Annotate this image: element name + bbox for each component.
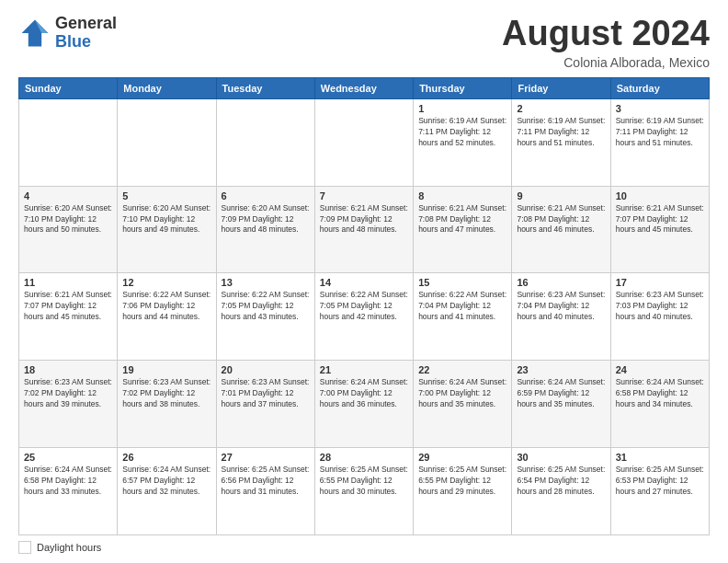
day-info: Sunrise: 6:24 AM Sunset: 6:57 PM Dayligh… — [122, 465, 210, 498]
calendar-cell: 7Sunrise: 6:21 AM Sunset: 7:09 PM Daylig… — [314, 186, 413, 273]
calendar-cell: 2Sunrise: 6:19 AM Sunset: 7:11 PM Daylig… — [512, 98, 610, 186]
calendar-cell: 13Sunrise: 6:22 AM Sunset: 7:05 PM Dayli… — [216, 273, 314, 361]
day-info: Sunrise: 6:21 AM Sunset: 7:07 PM Dayligh… — [24, 290, 112, 323]
day-info: Sunrise: 6:24 AM Sunset: 6:59 PM Dayligh… — [517, 377, 605, 410]
calendar-cell: 1Sunrise: 6:19 AM Sunset: 7:11 PM Daylig… — [414, 98, 512, 186]
day-number: 8 — [418, 190, 506, 201]
logo-text: General Blue — [55, 15, 117, 52]
day-info: Sunrise: 6:24 AM Sunset: 7:00 PM Dayligh… — [320, 377, 408, 410]
calendar-week-row: 18Sunrise: 6:23 AM Sunset: 7:02 PM Dayli… — [19, 361, 710, 448]
day-number: 7 — [320, 190, 408, 201]
calendar-header-row: SundayMondayTuesdayWednesdayThursdayFrid… — [19, 77, 710, 98]
calendar-week-row: 25Sunrise: 6:24 AM Sunset: 6:58 PM Dayli… — [19, 448, 710, 535]
calendar-cell: 14Sunrise: 6:22 AM Sunset: 7:05 PM Dayli… — [314, 273, 413, 361]
logo-general-text: General — [55, 15, 117, 33]
weekday-header: Monday — [118, 77, 216, 98]
calendar-cell: 6Sunrise: 6:20 AM Sunset: 7:09 PM Daylig… — [216, 186, 314, 273]
calendar-cell: 24Sunrise: 6:24 AM Sunset: 6:58 PM Dayli… — [610, 361, 709, 448]
day-number: 18 — [24, 364, 112, 375]
day-number: 11 — [24, 277, 112, 288]
calendar-cell — [19, 98, 118, 186]
calendar-cell: 22Sunrise: 6:24 AM Sunset: 7:00 PM Dayli… — [414, 361, 512, 448]
day-number: 24 — [616, 364, 704, 375]
day-info: Sunrise: 6:19 AM Sunset: 7:11 PM Dayligh… — [418, 116, 506, 149]
day-number: 6 — [222, 190, 310, 201]
header: General Blue August 2024 Colonia Alborad… — [18, 15, 710, 70]
day-number: 21 — [320, 364, 408, 375]
day-info: Sunrise: 6:21 AM Sunset: 7:08 PM Dayligh… — [418, 203, 506, 236]
calendar-week-row: 1Sunrise: 6:19 AM Sunset: 7:11 PM Daylig… — [19, 98, 710, 186]
day-number: 1 — [418, 103, 506, 114]
day-number: 25 — [24, 452, 112, 463]
day-info: Sunrise: 6:21 AM Sunset: 7:07 PM Dayligh… — [616, 203, 704, 236]
weekday-header: Sunday — [19, 77, 118, 98]
day-number: 2 — [517, 103, 605, 114]
calendar-cell: 17Sunrise: 6:23 AM Sunset: 7:03 PM Dayli… — [610, 273, 709, 361]
calendar-cell — [118, 98, 216, 186]
logo-icon — [18, 17, 51, 50]
calendar-cell: 27Sunrise: 6:25 AM Sunset: 6:56 PM Dayli… — [216, 448, 314, 535]
day-number: 23 — [517, 364, 605, 375]
calendar-cell: 11Sunrise: 6:21 AM Sunset: 7:07 PM Dayli… — [19, 273, 118, 361]
day-info: Sunrise: 6:19 AM Sunset: 7:11 PM Dayligh… — [517, 116, 605, 149]
day-number: 5 — [122, 190, 210, 201]
day-info: Sunrise: 6:23 AM Sunset: 7:03 PM Dayligh… — [616, 290, 704, 323]
calendar-cell: 26Sunrise: 6:24 AM Sunset: 6:57 PM Dayli… — [118, 448, 216, 535]
day-info: Sunrise: 6:21 AM Sunset: 7:09 PM Dayligh… — [320, 203, 408, 236]
calendar-cell: 29Sunrise: 6:25 AM Sunset: 6:55 PM Dayli… — [414, 448, 512, 535]
legend-label: Daylight hours — [37, 542, 101, 553]
calendar-cell: 8Sunrise: 6:21 AM Sunset: 7:08 PM Daylig… — [414, 186, 512, 273]
day-number: 10 — [616, 190, 704, 201]
day-number: 22 — [418, 364, 506, 375]
day-info: Sunrise: 6:23 AM Sunset: 7:02 PM Dayligh… — [122, 377, 210, 410]
calendar-cell — [216, 98, 314, 186]
day-number: 14 — [320, 277, 408, 288]
calendar-cell: 9Sunrise: 6:21 AM Sunset: 7:08 PM Daylig… — [512, 186, 610, 273]
day-info: Sunrise: 6:23 AM Sunset: 7:02 PM Dayligh… — [24, 377, 112, 410]
day-info: Sunrise: 6:25 AM Sunset: 6:55 PM Dayligh… — [418, 465, 506, 498]
day-number: 15 — [418, 277, 506, 288]
calendar-week-row: 4Sunrise: 6:20 AM Sunset: 7:10 PM Daylig… — [19, 186, 710, 273]
page: General Blue August 2024 Colonia Alborad… — [0, 0, 728, 563]
day-number: 9 — [517, 190, 605, 201]
day-number: 29 — [418, 452, 506, 463]
calendar-cell: 3Sunrise: 6:19 AM Sunset: 7:11 PM Daylig… — [610, 98, 709, 186]
day-info: Sunrise: 6:19 AM Sunset: 7:11 PM Dayligh… — [616, 116, 704, 149]
day-number: 30 — [517, 452, 605, 463]
calendar-cell: 28Sunrise: 6:25 AM Sunset: 6:55 PM Dayli… — [314, 448, 413, 535]
weekday-header: Friday — [512, 77, 610, 98]
day-info: Sunrise: 6:25 AM Sunset: 6:56 PM Dayligh… — [222, 465, 310, 498]
footer-legend: Daylight hours — [18, 541, 710, 554]
calendar-cell: 20Sunrise: 6:23 AM Sunset: 7:01 PM Dayli… — [216, 361, 314, 448]
day-info: Sunrise: 6:24 AM Sunset: 6:58 PM Dayligh… — [24, 465, 112, 498]
day-number: 20 — [222, 364, 310, 375]
weekday-header: Saturday — [610, 77, 709, 98]
day-info: Sunrise: 6:24 AM Sunset: 6:58 PM Dayligh… — [616, 377, 704, 410]
day-info: Sunrise: 6:25 AM Sunset: 6:55 PM Dayligh… — [320, 465, 408, 498]
day-info: Sunrise: 6:25 AM Sunset: 6:54 PM Dayligh… — [517, 465, 605, 498]
title-month: August 2024 — [502, 15, 710, 53]
day-number: 27 — [222, 452, 310, 463]
calendar-cell: 16Sunrise: 6:23 AM Sunset: 7:04 PM Dayli… — [512, 273, 610, 361]
calendar-cell: 5Sunrise: 6:20 AM Sunset: 7:10 PM Daylig… — [118, 186, 216, 273]
logo-blue-text: Blue — [55, 33, 117, 52]
calendar-cell: 18Sunrise: 6:23 AM Sunset: 7:02 PM Dayli… — [19, 361, 118, 448]
day-info: Sunrise: 6:22 AM Sunset: 7:05 PM Dayligh… — [222, 290, 310, 323]
day-info: Sunrise: 6:20 AM Sunset: 7:09 PM Dayligh… — [222, 203, 310, 236]
weekday-header: Tuesday — [216, 77, 314, 98]
day-number: 13 — [222, 277, 310, 288]
title-block: August 2024 Colonia Alborada, Mexico — [502, 15, 710, 70]
day-number: 4 — [24, 190, 112, 201]
day-number: 12 — [122, 277, 210, 288]
day-number: 3 — [616, 103, 704, 114]
day-info: Sunrise: 6:22 AM Sunset: 7:04 PM Dayligh… — [418, 290, 506, 323]
day-number: 16 — [517, 277, 605, 288]
day-info: Sunrise: 6:22 AM Sunset: 7:06 PM Dayligh… — [122, 290, 210, 323]
day-info: Sunrise: 6:24 AM Sunset: 7:00 PM Dayligh… — [418, 377, 506, 410]
day-info: Sunrise: 6:21 AM Sunset: 7:08 PM Dayligh… — [517, 203, 605, 236]
day-number: 26 — [122, 452, 210, 463]
calendar-cell: 4Sunrise: 6:20 AM Sunset: 7:10 PM Daylig… — [19, 186, 118, 273]
calendar-cell: 12Sunrise: 6:22 AM Sunset: 7:06 PM Dayli… — [118, 273, 216, 361]
day-info: Sunrise: 6:20 AM Sunset: 7:10 PM Dayligh… — [122, 203, 210, 236]
calendar-cell: 21Sunrise: 6:24 AM Sunset: 7:00 PM Dayli… — [314, 361, 413, 448]
